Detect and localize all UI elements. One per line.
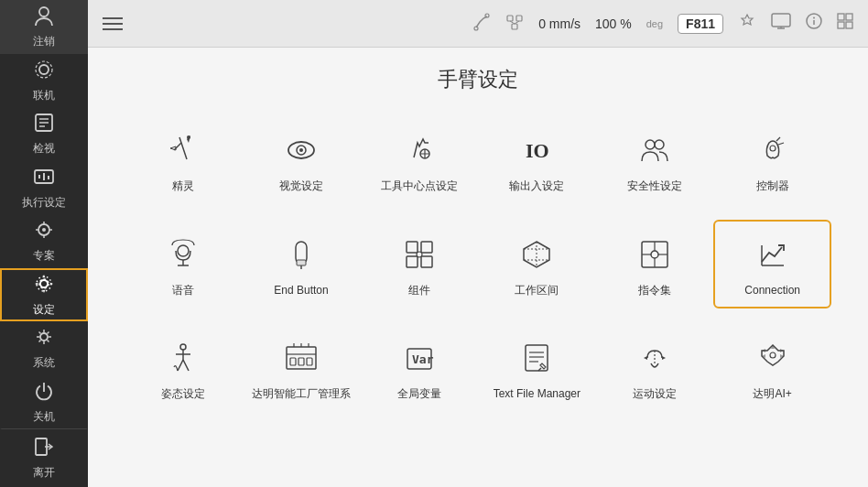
sidebar-item-project-label: 专案 — [33, 248, 55, 264]
grid-item-ai[interactable]: 达明AI+ — [713, 323, 831, 413]
svg-rect-60 — [407, 256, 418, 267]
sidebar-item-logout-label: 注销 — [33, 34, 55, 49]
sidebar-item-logout[interactable]: 注销 — [0, 0, 88, 54]
grid-item-factory[interactable]: 达明智能工厂管理系 — [243, 323, 361, 413]
page-title: 手臂设定 — [438, 66, 518, 93]
svg-point-62 — [417, 252, 422, 257]
sidebar-item-connect[interactable]: 联机 — [0, 54, 88, 108]
grid-item-wizard[interactable]: 精灵 — [125, 115, 243, 205]
sidebar-item-inspect-label: 检视 — [33, 141, 55, 157]
svg-point-46 — [299, 148, 303, 152]
sidebar-item-system[interactable]: 系统 — [0, 321, 88, 375]
sidebar-item-shutdown-label: 关机 — [33, 409, 55, 425]
grid-item-posture[interactable]: 姿态设定 — [125, 323, 243, 413]
svg-rect-78 — [290, 358, 296, 365]
svg-rect-38 — [846, 14, 852, 20]
globalvar-label: 全局变量 — [397, 387, 441, 402]
grid-item-component[interactable]: 组件 — [360, 220, 478, 309]
speed-value: 0 mm/s — [538, 16, 580, 31]
grid-item-cmdset[interactable]: 指令集 — [596, 220, 714, 309]
cmdset-label: 指令集 — [638, 284, 671, 298]
shutdown-icon — [32, 379, 56, 406]
sidebar-item-shutdown[interactable]: 关机 — [0, 375, 88, 429]
grid-item-controller[interactable]: 控制器 — [713, 115, 831, 205]
svg-point-51 — [770, 146, 776, 151]
factory-label: 达明智能工厂管理系 — [252, 387, 351, 402]
robot-status-icon[interactable] — [738, 12, 756, 35]
grid-item-globalvar[interactable]: Var 全局变量 — [360, 323, 478, 413]
voice-icon — [159, 231, 207, 278]
header-status: 0 mm/s 100 % deg F811 — [471, 11, 853, 36]
sidebar-item-settings-label: 设定 — [33, 302, 55, 318]
grid-item-safety[interactable]: 安全性设定 — [596, 115, 714, 205]
safety-label: 安全性设定 — [627, 179, 682, 194]
grid-item-tcp[interactable]: 工具中心点设定 — [360, 115, 478, 205]
sidebar-item-exec-settings[interactable]: 执行设定 — [0, 161, 88, 215]
vision-icon — [277, 126, 325, 174]
motion-icon — [631, 334, 678, 382]
sidebar-item-settings[interactable]: 设定 — [0, 268, 88, 322]
svg-text:IO: IO — [526, 139, 549, 162]
svg-rect-40 — [846, 22, 852, 28]
svg-line-41 — [179, 137, 187, 159]
svg-rect-86 — [526, 345, 548, 371]
system-icon — [32, 325, 56, 352]
svg-rect-28 — [512, 24, 517, 29]
sidebar-bottom: 离开 — [0, 428, 88, 487]
menu-button[interactable] — [103, 17, 123, 30]
sidebar-item-leave-label: 离开 — [33, 465, 55, 481]
main-content: 手臂设定 精灵 — [88, 48, 868, 487]
vision-label: 视觉设定 — [279, 179, 323, 194]
grid-icon[interactable] — [837, 13, 853, 34]
posture-label: 姿态设定 — [161, 387, 205, 402]
svg-rect-39 — [838, 22, 844, 28]
svg-point-17 — [40, 280, 48, 287]
settings-grid: 精灵 视觉设定 工具中心点设定 — [125, 115, 831, 413]
grid-item-textfile[interactable]: Text File Manager — [478, 323, 596, 413]
svg-rect-59 — [421, 242, 432, 253]
workspace-icon — [513, 231, 560, 278]
controller-label: 控制器 — [756, 179, 789, 194]
sidebar: 注销 联机 检视 — [0, 0, 88, 487]
grid-item-vision[interactable]: 视觉设定 — [243, 115, 361, 205]
tcp-label: 工具中心点设定 — [381, 179, 458, 194]
sidebar-item-exec-settings-label: 执行设定 — [22, 195, 66, 211]
svg-point-1 — [39, 65, 49, 74]
grid-item-voice[interactable]: 语音 — [125, 220, 243, 309]
settings-icon — [32, 272, 56, 298]
svg-point-50 — [655, 140, 664, 149]
menu-line-3 — [103, 28, 123, 30]
sidebar-item-connect-label: 联机 — [33, 88, 55, 103]
textfile-label: Text File Manager — [494, 387, 580, 402]
grid-item-motion[interactable]: 运动设定 — [596, 323, 714, 413]
display-icon[interactable] — [771, 13, 791, 34]
svg-point-36 — [813, 17, 815, 19]
svg-point-64 — [651, 251, 658, 258]
header: 0 mm/s 100 % deg F811 — [88, 0, 868, 48]
grid-item-io[interactable]: IO 输出入设定 — [478, 115, 596, 205]
svg-rect-27 — [516, 16, 522, 21]
sidebar-item-inspect[interactable]: 检视 — [0, 107, 88, 161]
header-fnum: F811 — [678, 14, 723, 34]
grid-item-workspace[interactable]: 工作区间 — [478, 220, 596, 309]
info-icon[interactable] — [806, 13, 822, 34]
connection-label: Connection — [744, 284, 800, 298]
svg-rect-26 — [507, 16, 513, 21]
sidebar-item-project[interactable]: 专案 — [0, 214, 88, 268]
svg-rect-58 — [407, 242, 418, 253]
svg-rect-80 — [307, 358, 312, 365]
svg-rect-61 — [421, 256, 432, 267]
grid-item-connection[interactable]: Connection — [713, 220, 831, 309]
project-icon — [32, 218, 56, 244]
svg-point-20 — [40, 333, 48, 341]
deg-icon: deg — [646, 18, 663, 29]
globalvar-icon: Var — [396, 334, 443, 382]
svg-text:Var: Var — [412, 352, 434, 366]
sidebar-item-leave[interactable]: 离开 — [0, 428, 88, 487]
exec-settings-icon — [32, 165, 56, 191]
connect-icon — [32, 58, 56, 84]
header-percent: 100 % — [595, 16, 632, 31]
ai-label: 达明AI+ — [753, 387, 791, 402]
grid-item-endbutton[interactable]: End Button — [243, 220, 361, 309]
inspect-icon — [32, 111, 56, 137]
